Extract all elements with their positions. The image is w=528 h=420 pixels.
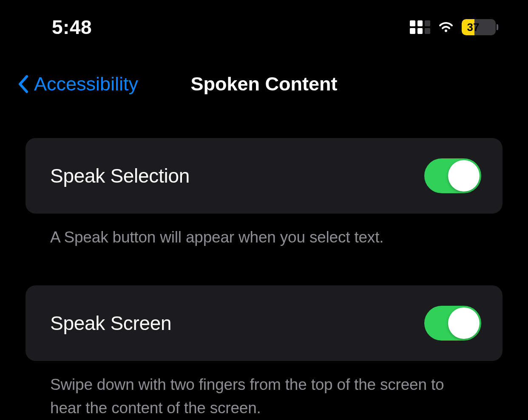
- status-time: 5:48: [52, 16, 92, 39]
- speak-selection-row[interactable]: Speak Selection: [26, 138, 502, 214]
- cellular-signal-icon: [410, 20, 430, 34]
- back-label: Accessibility: [34, 73, 138, 95]
- chevron-left-icon: [17, 75, 30, 93]
- speak-selection-description: A Speak button will appear when you sele…: [26, 214, 502, 249]
- status-bar: 5:48 37: [0, 0, 528, 47]
- speak-screen-group: Speak Screen Swipe down with two fingers…: [26, 285, 502, 420]
- back-button[interactable]: Accessibility: [17, 73, 138, 95]
- speak-selection-toggle[interactable]: [424, 158, 481, 193]
- wifi-icon: [438, 21, 454, 34]
- speak-screen-toggle[interactable]: [424, 306, 481, 341]
- speak-screen-row[interactable]: Speak Screen: [26, 285, 502, 361]
- speak-selection-group: Speak Selection A Speak button will appe…: [26, 138, 502, 249]
- speak-screen-label: Speak Screen: [50, 312, 171, 335]
- settings-content: Speak Selection A Speak button will appe…: [0, 102, 528, 420]
- speak-screen-description: Swipe down with two fingers from the top…: [26, 361, 502, 420]
- battery-percent: 37: [462, 19, 496, 35]
- navigation-header: Accessibility Spoken Content: [0, 47, 528, 102]
- status-indicators: 37: [410, 19, 498, 35]
- speak-selection-label: Speak Selection: [50, 164, 190, 187]
- battery-icon: 37: [462, 19, 498, 35]
- page-title: Spoken Content: [191, 73, 338, 95]
